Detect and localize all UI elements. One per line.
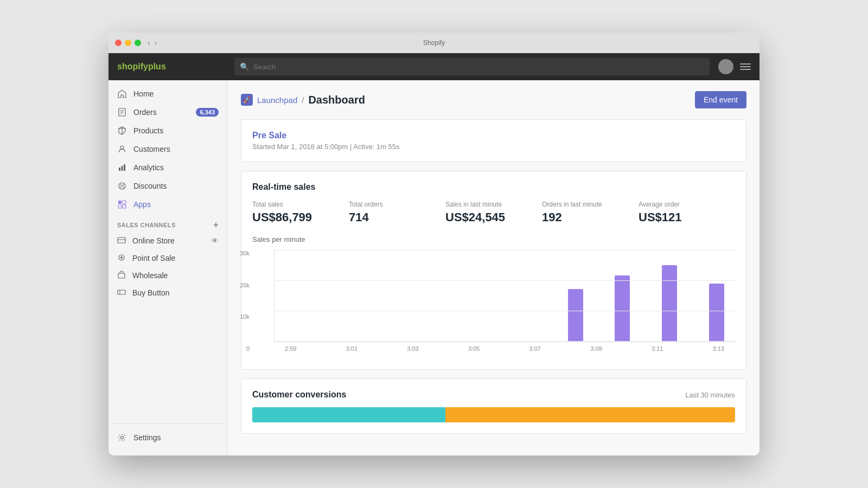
- forward-arrow[interactable]: ›: [155, 38, 157, 47]
- window-controls: [115, 40, 141, 46]
- stat-value-total-orders: 714: [349, 210, 445, 224]
- stat-value-orders-last-minute: 192: [542, 210, 639, 224]
- end-event-button[interactable]: End event: [695, 91, 746, 108]
- sidebar-item-analytics[interactable]: Analytics: [108, 158, 227, 177]
- sidebar-item-customers[interactable]: Customers: [108, 140, 227, 158]
- stat-label-sales-last-minute: Sales in last minute: [445, 201, 542, 208]
- chart-area: [274, 250, 735, 342]
- svg-rect-14: [118, 201, 122, 204]
- orders-badge: 6,343: [196, 108, 219, 117]
- eye-icon[interactable]: 👁: [211, 236, 219, 245]
- realtime-sales-card: Real-time sales Total sales US$86,799 To…: [241, 171, 746, 370]
- sidebar-bottom: Settings: [108, 423, 227, 451]
- header-action: End event: [695, 91, 746, 108]
- main-content: 🚀 Launchpad / Dashboard End event Pre Sa…: [228, 80, 760, 455]
- search-input[interactable]: [253, 63, 704, 71]
- buy-button-icon: [117, 288, 127, 298]
- sidebar: Home Orders 6,343: [108, 80, 228, 455]
- sidebar-item-point-of-sale[interactable]: Point of Sale: [108, 249, 227, 267]
- breadcrumb-separator: /: [302, 95, 304, 105]
- stat-sales-last-minute: Sales in last minute US$24,545: [445, 201, 542, 224]
- conversions-header: Customer conversions Last 30 minutes: [252, 390, 735, 400]
- search-bar[interactable]: 🔍: [234, 58, 710, 75]
- chart-title: Sales per minute: [252, 235, 735, 243]
- svg-rect-23: [118, 290, 125, 294]
- search-icon: 🔍: [240, 62, 249, 71]
- conv-bar-orange: [445, 407, 735, 422]
- bars-wrapper: [275, 250, 735, 342]
- online-store-icon: [117, 236, 127, 246]
- svg-rect-15: [123, 201, 126, 204]
- svg-rect-9: [124, 164, 125, 171]
- orders-icon: [117, 107, 127, 117]
- sidebar-item-wholesale[interactable]: Wholesale: [108, 267, 227, 284]
- launchpad-icon: 🚀: [241, 94, 253, 106]
- titlebar: ‹ › Shopify: [108, 33, 760, 53]
- sidebar-item-products[interactable]: Products: [108, 121, 227, 140]
- settings-label: Settings: [133, 433, 219, 442]
- stat-avg-order: Average order US$121: [639, 201, 735, 224]
- analytics-icon: [117, 163, 127, 172]
- menu-icon[interactable]: [740, 63, 751, 70]
- minimize-button[interactable]: [125, 40, 131, 46]
- stat-label-orders-last-minute: Orders in last minute: [542, 201, 639, 208]
- close-button[interactable]: [115, 40, 122, 46]
- nav-arrows: ‹ ›: [148, 38, 157, 47]
- logo-area: shopifyplus: [117, 62, 226, 72]
- discounts-icon: [117, 181, 127, 191]
- point-of-sale-label: Point of Sale: [132, 254, 175, 262]
- sidebar-item-discounts[interactable]: Discounts: [108, 177, 227, 195]
- wholesale-label: Wholesale: [132, 271, 168, 280]
- sidebar-item-settings[interactable]: Settings: [108, 428, 227, 447]
- realtime-sales-title: Real-time sales: [252, 182, 735, 192]
- sidebar-item-buy-button[interactable]: Buy Button: [108, 284, 227, 301]
- pre-sale-meta: Started Mar 1, 2018 at 5:00pm | Active: …: [252, 143, 735, 151]
- stat-label-avg-order: Average order: [639, 201, 735, 208]
- svg-point-25: [121, 436, 124, 439]
- customer-conversions-card: Customer conversions Last 30 minutes: [241, 378, 746, 434]
- stat-value-avg-order: US$121: [639, 210, 735, 224]
- back-arrow[interactable]: ‹: [148, 38, 150, 47]
- app-window: ‹ › Shopify shopifyplus 🔍: [108, 33, 760, 455]
- stats-row: Total sales US$86,799 Total orders 714 S…: [252, 201, 735, 224]
- sidebar-item-orders[interactable]: Orders 6,343: [108, 103, 227, 121]
- conv-bar-teal: [252, 407, 445, 422]
- sidebar-item-home[interactable]: Home: [108, 85, 227, 103]
- online-store-label: Online Store: [132, 236, 175, 245]
- stat-value-sales-last-minute: US$24,545: [445, 210, 542, 224]
- pre-sale-card: Pre Sale Started Mar 1, 2018 at 5:00pm |…: [241, 119, 746, 162]
- sidebar-customers-label: Customers: [133, 145, 219, 153]
- page-header: 🚀 Launchpad / Dashboard End event: [241, 91, 746, 108]
- point-of-sale-icon: [117, 253, 127, 263]
- svg-rect-8: [122, 166, 123, 171]
- svg-point-6: [120, 146, 124, 149]
- bar-group-313: [709, 284, 724, 342]
- sidebar-item-online-store[interactable]: Online Store 👁: [108, 232, 227, 249]
- stat-label-total-orders: Total orders: [349, 201, 445, 208]
- sidebar-products-label: Products: [133, 126, 219, 135]
- conversions-title: Customer conversions: [252, 390, 346, 400]
- bar-group-311: [615, 275, 630, 342]
- logo: shopifyplus: [117, 62, 166, 71]
- x-labels: 2:59 3:01 3:03 3:05 3:07 3:09 3:11 3:13: [274, 342, 735, 352]
- svg-point-13: [123, 187, 124, 188]
- pre-sale-title: Pre Sale: [252, 131, 735, 140]
- y-axis: 30k 20k 10k 0: [233, 250, 250, 352]
- products-icon: [117, 126, 127, 136]
- stat-value-total-sales: US$86,799: [252, 210, 349, 224]
- svg-rect-22: [118, 273, 125, 278]
- app-header: shopifyplus 🔍: [108, 53, 760, 80]
- conversion-bar: [252, 407, 735, 422]
- header-right: [718, 59, 751, 74]
- app-body: Home Orders 6,343: [108, 80, 760, 455]
- home-icon: [117, 89, 127, 99]
- avatar[interactable]: [718, 59, 733, 74]
- maximize-button[interactable]: [135, 40, 141, 46]
- logo-plus: plus: [148, 62, 166, 71]
- add-channel-icon[interactable]: +: [213, 220, 219, 230]
- stat-total-orders: Total orders 714: [349, 201, 445, 224]
- breadcrumb-link[interactable]: Launchpad: [257, 95, 297, 105]
- sidebar-item-apps[interactable]: Apps: [108, 195, 227, 214]
- bar-group-310: [568, 289, 583, 342]
- sales-channels-header: SALES CHANNELS +: [108, 214, 227, 232]
